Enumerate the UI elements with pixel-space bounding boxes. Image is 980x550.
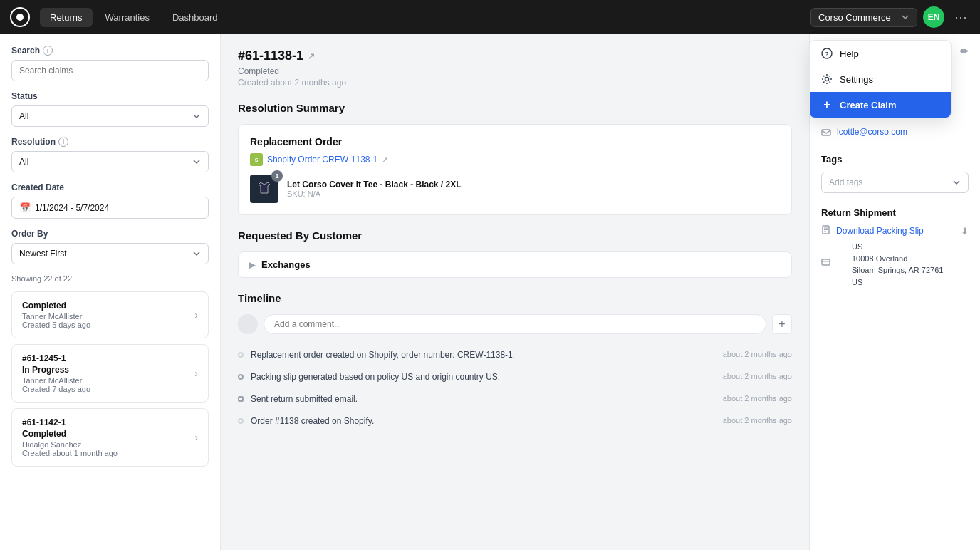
options-dropdown: ? Help Settings + Create Claim	[809, 40, 952, 118]
requested-title: Requested By Customer	[238, 229, 792, 242]
claim-item[interactable]: Completed Tanner McAllister Created 5 da…	[11, 291, 209, 338]
store-selector[interactable]: Corso Commerce	[810, 8, 917, 27]
app-logo	[9, 6, 31, 28]
timeline-event: Order #1138 created on Shopify. about 2 …	[238, 410, 792, 432]
timeline-event: Replacement order created on Shopify, or…	[238, 344, 792, 366]
chevron-right-icon: ›	[194, 309, 198, 321]
svg-text:?: ?	[825, 51, 829, 58]
download-packing-slip-link[interactable]: Download Packing Slip	[836, 226, 955, 236]
date-range-input[interactable]: 📅 1/1/2024 - 5/7/2024	[11, 197, 209, 219]
help-label: Help	[840, 48, 859, 59]
circle-icon	[238, 352, 244, 358]
triangle-right-icon: ▶	[249, 259, 256, 270]
download-packing-slip-row: Download Packing Slip ⬇	[821, 225, 969, 237]
timeline-title: Timeline	[238, 292, 792, 304]
product-name: Let Corso Cover It Tee - Black - Black /…	[287, 180, 462, 190]
order-by-select[interactable]: Newest First Oldest First	[11, 243, 209, 264]
search-label: Search i	[11, 46, 209, 56]
date-range-value: 1/1/2024 - 5/7/2024	[35, 203, 109, 213]
nav-tab-returns[interactable]: Returns	[40, 8, 93, 27]
plus-icon: +	[821, 99, 833, 110]
return-shipment-section: Return Shipment Download Packing Slip ⬇ …	[821, 207, 969, 288]
tags-section: Tags Add tags	[821, 154, 969, 193]
claim-created-date: Created about 2 months ago	[238, 78, 792, 88]
claim-header: #61-1138-1 ↗ Completed Created about 2 m…	[238, 48, 792, 88]
claim-status-badge: Completed	[238, 66, 792, 76]
chevron-right-icon: ›	[194, 368, 198, 379]
product-sku: SKU: N/A	[287, 190, 462, 198]
customer-email: lcottle@corso.com	[837, 127, 907, 137]
circle-icon	[238, 418, 244, 424]
sidebar: Search i Status All Completed In Progres…	[0, 34, 221, 550]
chevron-right-icon: ›	[194, 432, 198, 443]
resolution-filter-label: Resolution i	[11, 137, 209, 147]
svg-point-4	[825, 78, 829, 81]
exchanges-label: Exchanges	[261, 259, 311, 270]
claim-title: #61-1138-1 ↗	[238, 48, 792, 63]
timeline-event: Sent return submitted email. about 2 mon…	[238, 388, 792, 410]
add-comment-button[interactable]: +	[772, 314, 792, 334]
order-by-label: Order By	[11, 229, 209, 239]
settings-label: Settings	[840, 74, 873, 85]
timeline-section: Timeline + Replacement order created on …	[238, 292, 792, 432]
customer-email-row: lcottle@corso.com	[821, 127, 969, 140]
calendar-icon: 📅	[19, 202, 31, 213]
tags-section-title: Tags	[821, 154, 969, 165]
exchanges-row[interactable]: ▶ Exchanges	[238, 251, 792, 278]
svg-text:S: S	[255, 157, 259, 162]
chevron-down-icon	[901, 13, 909, 21]
download-icon[interactable]: ⬇	[961, 226, 969, 237]
svg-rect-10	[822, 259, 830, 265]
product-row: 1 Let Corso Cover It Tee - Black - Black…	[250, 175, 780, 203]
shipment-address-row: US 10008 Overland Siloam Springs, AR 727…	[821, 241, 969, 288]
resolution-card: Replacement Order S Shopify Order CREW-1…	[238, 124, 792, 215]
location-icon	[821, 259, 830, 270]
search-input[interactable]	[11, 60, 209, 81]
settings-menu-item[interactable]: Settings	[810, 66, 951, 92]
user-avatar[interactable]: EN	[923, 6, 944, 28]
nav-tab-warranties[interactable]: Warranties	[95, 8, 160, 27]
resolution-info-icon[interactable]: i	[58, 137, 68, 147]
user-avatar-small	[238, 314, 258, 334]
gear-icon	[821, 73, 833, 85]
tags-select[interactable]: Add tags	[821, 172, 969, 193]
date-filter-label: Created Date	[11, 182, 209, 192]
help-circle-icon: ?	[821, 48, 833, 59]
create-claim-menu-item[interactable]: + Create Claim	[810, 92, 951, 118]
svg-point-1	[16, 14, 24, 21]
main-content: #61-1138-1 ↗ Completed Created about 2 m…	[221, 34, 809, 550]
timeline-events: Replacement order created on Shopify, or…	[238, 344, 792, 432]
more-options-button[interactable]: ⋯	[950, 6, 971, 28]
shopify-order-link[interactable]: S Shopify Order CREW-1138-1 ↗	[250, 153, 780, 166]
claim-item[interactable]: #61-1142-1 Completed Hidalgo Sanchez Cre…	[11, 408, 209, 467]
email-icon	[821, 128, 831, 140]
external-link-small-icon: ↗	[382, 155, 388, 165]
timeline-event: Packing slip generated based on policy U…	[238, 366, 792, 388]
search-info-icon[interactable]: i	[43, 46, 53, 56]
document-icon	[821, 225, 830, 237]
svg-rect-8	[822, 130, 830, 135]
help-menu-item[interactable]: ? Help	[810, 41, 951, 66]
product-qty-badge: 1	[271, 170, 283, 182]
resolution-select[interactable]: All Replacement Order Refund Store Credi…	[11, 151, 209, 172]
external-link-icon[interactable]: ↗	[308, 51, 315, 61]
shipment-address: US 10008 Overland Siloam Springs, AR 727…	[852, 241, 943, 288]
doc-icon	[238, 374, 244, 380]
comment-input[interactable]	[264, 314, 766, 334]
create-claim-label: Create Claim	[840, 100, 896, 110]
top-navigation: Returns Warranties Dashboard Corso Comme…	[0, 0, 980, 34]
return-shipment-title: Return Shipment	[821, 207, 969, 218]
edit-customer-icon[interactable]: ✏	[960, 46, 969, 57]
email-icon	[238, 396, 244, 402]
claim-item[interactable]: #61-1245-1 In Progress Tanner McAllister…	[11, 344, 209, 403]
showing-count: Showing 22 of 22	[11, 274, 209, 283]
nav-tab-dashboard[interactable]: Dashboard	[162, 8, 228, 27]
shopify-icon: S	[250, 153, 263, 166]
claim-list: Completed Tanner McAllister Created 5 da…	[11, 291, 209, 472]
requested-section: Requested By Customer ▶ Exchanges	[238, 229, 792, 278]
resolution-summary-title: Resolution Summary	[238, 102, 792, 114]
status-select[interactable]: All Completed In Progress Pending	[11, 105, 209, 127]
comment-row: +	[238, 314, 792, 334]
resolution-type: Replacement Order	[250, 136, 780, 147]
status-filter-label: Status	[11, 91, 209, 101]
